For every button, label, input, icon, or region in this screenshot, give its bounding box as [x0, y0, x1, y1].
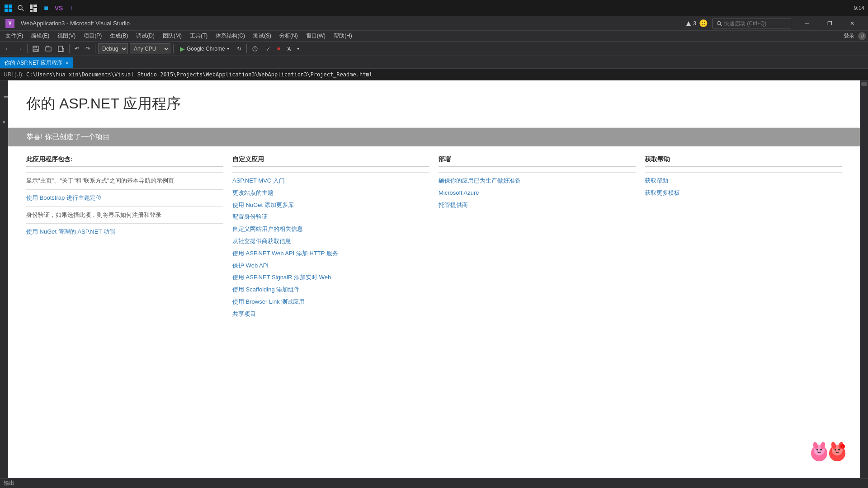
link-hosting[interactable]: 托管提供商	[439, 201, 636, 210]
edge-browser-icon[interactable]: ■	[42, 4, 51, 13]
svg-point-35	[840, 444, 845, 449]
step-over-button[interactable]	[262, 43, 273, 55]
divider-3	[26, 206, 223, 207]
taskbar-time: 9:14	[854, 5, 864, 11]
link-bootstrap[interactable]: 使用 Bootstrap 进行主题定位	[26, 193, 223, 203]
menu-team[interactable]: 团队(M)	[159, 31, 185, 41]
run-dropdown-arrow[interactable]: ▾	[227, 46, 229, 51]
forward-button[interactable]: →	[14, 43, 24, 55]
svg-rect-14	[34, 49, 38, 51]
stop-button[interactable]: ■	[275, 43, 283, 55]
menu-test[interactable]: 测试(S)	[250, 31, 275, 41]
close-button[interactable]: ✕	[842, 16, 863, 31]
link-browser-link[interactable]: 使用 Browser Link 测试应用	[232, 297, 429, 307]
link-nuget-manage[interactable]: 使用 NuGet 管理的 ASP.NET 功能	[26, 227, 223, 237]
output-bar: 输出	[0, 478, 868, 488]
windows-icon[interactable]	[4, 4, 13, 13]
refresh-button[interactable]: ↻	[235, 43, 244, 55]
teams-icon[interactable]: T	[67, 4, 76, 13]
link-web-api[interactable]: 使用 ASP.NET Web API 添加 HTTP 服务	[232, 249, 429, 258]
menu-project[interactable]: 项目(P)	[80, 31, 105, 41]
col4-heading: 获取帮助	[645, 155, 842, 167]
link-auth-config[interactable]: 配置身份验证	[232, 212, 429, 222]
menu-help[interactable]: 帮助(H)	[330, 31, 356, 41]
redo-button[interactable]: ↷	[83, 43, 92, 55]
link-social-auth[interactable]: 从社交提供商获取信息	[232, 237, 429, 246]
svg-text:!: !	[842, 446, 843, 449]
back-button[interactable]: ←	[3, 43, 13, 55]
link-share-project[interactable]: 共享项目	[232, 310, 429, 319]
svg-rect-3	[9, 9, 12, 12]
side-icon-1[interactable]: ▐	[0, 82, 8, 109]
search-taskbar-icon[interactable]	[16, 4, 25, 13]
link-get-help[interactable]: 获取帮助	[645, 176, 842, 186]
col-help: 获取帮助 获取帮助 获取更多模板	[645, 155, 842, 322]
side-icon-2[interactable]: ■	[0, 119, 8, 127]
menu-file[interactable]: 文件(F)	[2, 31, 27, 41]
font-size-button[interactable]: 'A	[284, 43, 293, 55]
divider-4	[26, 223, 223, 224]
svg-point-23	[811, 445, 827, 461]
link-more-templates[interactable]: 获取更多模板	[645, 188, 842, 198]
menu-tools[interactable]: 工具(T)	[186, 31, 211, 41]
link-change-theme[interactable]: 更改站点的主题	[232, 188, 429, 198]
menu-window[interactable]: 窗口(W)	[302, 31, 329, 41]
platform-dropdown[interactable]: Any CPU	[130, 43, 170, 54]
run-button[interactable]: ▶ Google Chrome ▾	[176, 43, 233, 55]
new-button[interactable]	[56, 43, 66, 55]
tab-readme[interactable]: 你的 ASP.NET 应用程序 ✕	[0, 57, 73, 68]
svg-rect-17	[58, 46, 62, 52]
link-signalr[interactable]: 使用 ASP.NET SignalR 添加实时 Web	[232, 273, 429, 282]
link-scaffolding[interactable]: 使用 Scaffolding 添加组件	[232, 285, 429, 295]
quick-launch-input[interactable]	[724, 20, 787, 27]
font-dropdown-arrow[interactable]: ▾	[295, 43, 302, 55]
menu-debug[interactable]: 调试(D)	[132, 31, 158, 41]
scrollbar-thumb[interactable]	[861, 82, 867, 86]
tab-close-button[interactable]: ✕	[65, 61, 69, 66]
login-area: 登录 U	[844, 32, 866, 40]
open-button[interactable]	[43, 43, 54, 55]
menu-view[interactable]: 视图(V)	[54, 31, 79, 41]
svg-point-25	[816, 449, 818, 450]
vs-logo-icon: V	[5, 19, 14, 28]
url-label: URL(U):	[4, 71, 24, 78]
left-panel: ▐ ■	[0, 80, 8, 478]
login-button[interactable]: 登录	[844, 32, 854, 40]
svg-point-29	[829, 445, 845, 461]
page-main-title: 你的 ASP.NET 应用程序	[26, 94, 842, 114]
page-content: 你的 ASP.NET 应用程序 恭喜! 你已创建了一个项目 此应用程序包含: 显…	[8, 80, 860, 478]
svg-point-30	[832, 445, 843, 455]
svg-point-28	[820, 441, 826, 450]
notification-flag[interactable]: 3	[685, 20, 696, 27]
link-azure[interactable]: Microsoft Azure	[439, 188, 636, 198]
svg-marker-10	[686, 21, 691, 26]
restore-button[interactable]: ❐	[819, 16, 840, 31]
minimize-button[interactable]: ─	[797, 16, 817, 31]
browser-preview: 你的 ASP.NET 应用程序 恭喜! 你已创建了一个项目 此应用程序包含: 显…	[8, 80, 860, 478]
link-protect-api[interactable]: 保护 Web API	[232, 261, 429, 271]
menu-build[interactable]: 生成(B)	[106, 31, 132, 41]
menu-analyze[interactable]: 分析(N)	[276, 31, 302, 41]
titlebar-controls: ─ ❐ ✕	[797, 16, 863, 31]
url-input[interactable]	[26, 71, 864, 78]
debug-config-dropdown[interactable]: Debug	[98, 43, 128, 54]
titlebar-title: WebApplication3 - Microsoft Visual Studi…	[21, 20, 130, 27]
menu-edit[interactable]: 编辑(E)	[28, 31, 53, 41]
menubar: 文件(F) 编辑(E) 视图(V) 项目(P) 生成(B) 调试(D) 团队(M…	[0, 31, 868, 42]
breakpoints-button[interactable]	[250, 43, 260, 55]
vs-icon[interactable]: VS	[54, 4, 63, 13]
link-production-ready[interactable]: 确保你的应用已为生产做好准备	[439, 176, 636, 186]
link-mvc-intro[interactable]: ASP.NET MVC 入门	[232, 176, 429, 186]
link-nuget-add[interactable]: 使用 NuGet 添加更多库	[232, 201, 429, 210]
save-button[interactable]	[30, 43, 41, 55]
svg-point-33	[830, 441, 837, 450]
tab-label: 你的 ASP.NET 应用程序	[5, 59, 62, 67]
col3-heading: 部署	[439, 155, 636, 167]
undo-button[interactable]: ↶	[72, 43, 81, 55]
separator-2	[69, 44, 70, 53]
col-deploy: 部署 确保你的应用已为生产做好准备 Microsoft Azure 托管提供商	[439, 155, 636, 322]
menu-architecture[interactable]: 体系结构(C)	[212, 31, 249, 41]
task-view-icon[interactable]	[29, 4, 38, 13]
link-user-info[interactable]: 自定义网站用户的相关信息	[232, 225, 429, 234]
svg-rect-1	[9, 5, 12, 8]
